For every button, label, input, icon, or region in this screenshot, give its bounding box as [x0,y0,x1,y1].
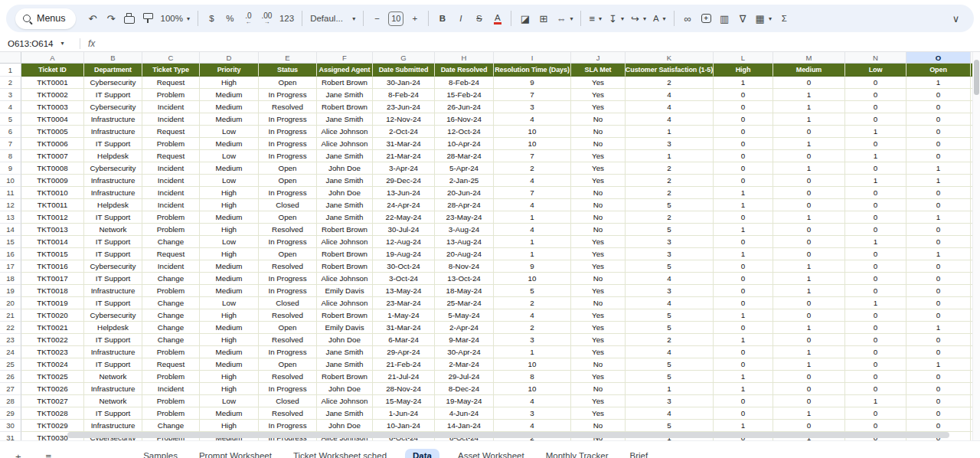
cell-L25[interactable]: 0 [714,358,773,371]
cell-J21[interactable]: Yes [571,309,626,322]
cell-M26[interactable]: 0 [773,371,845,383]
cell-B14[interactable]: Network [84,224,142,236]
cell-A6[interactable]: TKT0005 [21,126,84,138]
cell-A20[interactable]: TKT0019 [21,297,84,309]
cell-D14[interactable]: High [200,224,259,236]
cell-H9[interactable]: 5-Apr-24 [435,162,494,175]
cell-M30[interactable]: 0 [773,420,845,432]
cell-K14[interactable]: 5 [626,224,714,236]
cell-K13[interactable]: 2 [626,211,714,224]
cell-H20[interactable]: 25-Mar-24 [435,297,494,309]
cell-A23[interactable]: TKT0022 [21,334,84,346]
cell-H23[interactable]: 9-Mar-24 [435,334,494,346]
cell-K6[interactable]: 1 [626,126,714,138]
cell-C9[interactable]: Incident [142,162,200,175]
cell-A18[interactable]: TKT0017 [21,273,84,285]
cell-F25[interactable]: Jane Smith [317,358,373,371]
cell-A14[interactable]: TKT0013 [21,224,84,236]
cell-D24[interactable]: Medium [200,346,259,358]
cell-M13[interactable]: 1 [773,211,845,224]
cell-H11[interactable]: 20-Jun-24 [435,187,494,199]
cell-E11[interactable]: In Progress [259,187,317,199]
cell-E26[interactable]: Resolved [259,371,317,383]
cell-N7[interactable]: 0 [845,138,906,150]
cell-B13[interactable]: IT Support [84,211,142,224]
cell-F7[interactable]: Alice Johnson [317,138,373,150]
name-box[interactable]: O613:O614 ▾ [8,39,78,48]
cell-K21[interactable]: 5 [626,309,714,322]
cell-B2[interactable]: Cybersecurity [84,77,142,89]
cell-M14[interactable]: 0 [773,224,845,236]
cell-C27[interactable]: Incident [142,383,200,395]
cell-M4[interactable]: 1 [773,101,845,113]
cell-D15[interactable]: Low [200,236,259,248]
cell-I11[interactable]: 7 [494,187,571,199]
insert-chart-button[interactable]: ▥ [716,8,733,28]
cell-A24[interactable]: TKT0023 [21,346,84,358]
cell-L8[interactable]: 0 [714,150,773,162]
cell-I29[interactable]: 3 [494,407,571,420]
cell-K7[interactable]: 3 [626,138,714,150]
cell-H29[interactable]: 4-Jun-24 [435,407,494,420]
italic-button[interactable]: I [452,8,469,28]
cell-K23[interactable]: 2 [626,334,714,346]
cell-A5[interactable]: TKT0004 [21,113,84,126]
cell-J19[interactable]: Yes [571,285,626,297]
cell-G22[interactable]: 31-Mar-24 [373,322,435,334]
cell-L5[interactable]: 0 [714,113,773,126]
cell-G6[interactable]: 2-Oct-24 [373,126,435,138]
insert-comment-button[interactable]: + [697,8,715,28]
cell-H6[interactable]: 12-Oct-24 [435,126,494,138]
cell-D7[interactable]: Medium [200,138,259,150]
cell-B21[interactable]: Cybersecurity [84,309,142,322]
add-sheet-button[interactable]: + [11,451,26,458]
cell-O26[interactable]: 0 [906,371,971,383]
cell-E19[interactable]: In Progress [259,285,317,297]
row-number-1[interactable]: 1 [0,64,21,77]
cell-C28[interactable]: Problem [142,395,200,407]
cell-C21[interactable]: Change [142,309,200,322]
cell-H10[interactable]: 2-Jan-25 [435,175,494,187]
cell-B8[interactable]: Helpdesk [84,150,142,162]
cell-J20[interactable]: No [571,297,626,309]
undo-button[interactable]: ↶ [84,8,102,28]
cell-C13[interactable]: Problem [142,211,200,224]
cell-C30[interactable]: Change [142,420,200,432]
cell-O9[interactable]: 1 [906,162,971,175]
cell-B10[interactable]: Infrastructure [84,175,142,187]
cell-K3[interactable]: 4 [626,89,714,101]
cell-I23[interactable]: 3 [494,334,571,346]
cell-N3[interactable]: 0 [845,89,906,101]
cell-M2[interactable]: 0 [773,77,845,89]
cell-G19[interactable]: 13-May-24 [373,285,435,297]
cell-G7[interactable]: 31-Mar-24 [373,138,435,150]
horizontal-align-button[interactable]: ≡▾ [586,8,605,28]
cell-L18[interactable]: 0 [714,273,773,285]
cell-J15[interactable]: Yes [571,236,626,248]
cell-J5[interactable]: No [571,113,626,126]
cell-B15[interactable]: IT Support [84,236,142,248]
cell-K12[interactable]: 5 [626,199,714,211]
cell-N14[interactable]: 0 [845,224,906,236]
cell-A21[interactable]: TKT0020 [21,309,84,322]
cell-J9[interactable]: Yes [571,162,626,175]
cell-B4[interactable]: Cybersecurity [84,101,142,113]
cell-H28[interactable]: 19-May-24 [435,395,494,407]
cell-F21[interactable]: Robert Brown [317,309,373,322]
cell-L12[interactable]: 1 [714,199,773,211]
cell-D6[interactable]: Low [200,126,259,138]
cell-H30[interactable]: 14-Jan-24 [435,420,494,432]
cell-D25[interactable]: Medium [200,358,259,371]
cell-J10[interactable]: Yes [571,175,626,187]
cell-G27[interactable]: 28-Nov-24 [373,383,435,395]
row-number-26[interactable]: 26 [0,371,21,383]
column-header-N[interactable]: N [845,52,906,64]
cell-G24[interactable]: 29-Apr-24 [373,346,435,358]
cell-A1[interactable]: Ticket ID [21,64,84,77]
cell-O23[interactable]: 0 [906,334,971,346]
increase-decimal-places-button[interactable]: .00→ [258,8,276,28]
cell-H17[interactable]: 8-Nov-24 [435,260,494,273]
cell-O17[interactable]: 0 [906,260,971,273]
cell-C4[interactable]: Incident [142,101,200,113]
cell-F24[interactable]: Jane Smith [317,346,373,358]
